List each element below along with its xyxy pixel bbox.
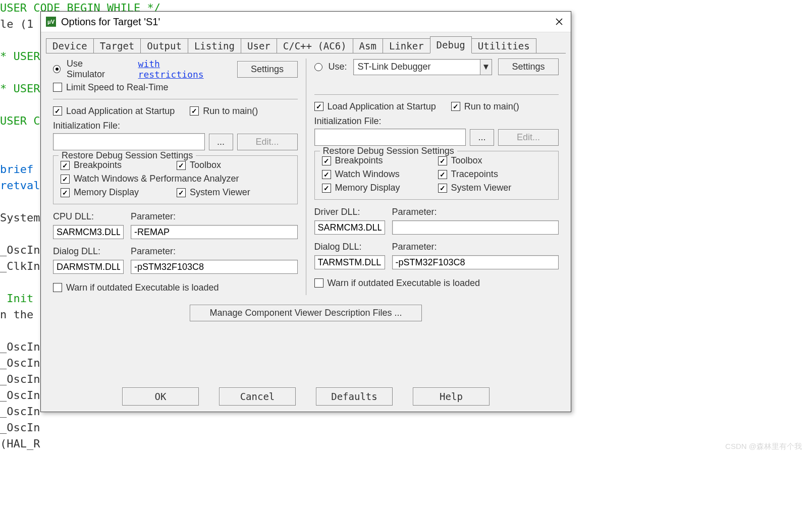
target-column: Use: ST-Link Debugger ▼ Settings Load Ap… [307, 59, 566, 295]
watermark: CSDN @森林里有个我 [725, 442, 802, 451]
column-divider [306, 59, 306, 295]
cpu-dll-input[interactable] [53, 225, 124, 239]
sim-run-main-checkbox[interactable] [190, 106, 199, 116]
sim-mem-checkbox[interactable] [61, 188, 70, 197]
tab-user[interactable]: User [241, 38, 277, 53]
defaults-button[interactable]: Defaults [316, 387, 393, 406]
sim-dialog-dll-input[interactable] [53, 260, 124, 274]
sim-watch-label: Watch Windows & Performance Analyzer [74, 174, 239, 184]
close-button[interactable] [548, 12, 571, 32]
tgt-load-app-label: Load Application at Startup [328, 101, 436, 112]
tgt-sysv-label: System Viewer [451, 183, 512, 193]
divider [53, 99, 298, 99]
tgt-load-app-checkbox[interactable] [314, 102, 323, 111]
tgt-trace-label: Tracepoints [451, 169, 498, 180]
use-simulator-radio[interactable] [53, 65, 61, 73]
sim-dialog-param-label: Parameter: [131, 246, 298, 257]
tgt-dialog-dll-input[interactable] [314, 255, 385, 269]
tgt-bp-label: Breakpoints [335, 155, 383, 166]
cpu-param-input[interactable] [131, 225, 298, 239]
driver-dll-input[interactable] [314, 220, 385, 235]
tab-output[interactable]: Output [140, 38, 188, 53]
sim-load-app-label: Load Application at Startup [66, 106, 175, 117]
limit-speed-checkbox[interactable] [53, 83, 62, 92]
driver-param-input[interactable] [392, 220, 559, 235]
driver-param-label: Parameter: [392, 207, 559, 217]
uvision-icon: μV [46, 17, 56, 27]
debugger-combo[interactable]: ST-Link Debugger ▼ [353, 59, 492, 75]
help-button[interactable]: Help [413, 387, 490, 406]
close-icon [556, 18, 563, 25]
divider [314, 94, 559, 95]
use-target-radio[interactable] [314, 63, 322, 71]
tgt-watch-label: Watch Windows [335, 169, 400, 180]
sim-restore-fieldset: Restore Debug Session Settings Breakpoin… [53, 155, 298, 204]
tgt-edit-button: Edit... [498, 129, 559, 146]
use-simulator-label: Use Simulator [67, 59, 120, 80]
footer-buttons: OK Cancel Defaults Help [41, 387, 571, 406]
cpu-param-label: Parameter: [131, 211, 298, 222]
debug-panel: Use Simulator with restrictions Settings… [46, 53, 566, 300]
tgt-mem-checkbox[interactable] [322, 184, 331, 193]
tgt-sysv-checkbox[interactable] [438, 184, 447, 193]
tab-linker[interactable]: Linker [383, 38, 430, 53]
tab-listing[interactable]: Listing [188, 38, 241, 53]
tgt-warn-label: Warn if outdated Executable is loaded [328, 278, 480, 289]
tab-debug[interactable]: Debug [430, 36, 472, 53]
tgt-dialog-dll-label: Dialog DLL: [314, 242, 385, 252]
tgt-warn-checkbox[interactable] [314, 278, 323, 288]
sim-toolbox-checkbox[interactable] [177, 161, 186, 170]
tgt-restore-fieldset: Restore Debug Session Settings Breakpoin… [314, 151, 559, 200]
tgt-mem-label: Memory Display [335, 183, 400, 193]
sim-toolbox-label: Toolbox [190, 160, 221, 170]
sim-sysv-checkbox[interactable] [177, 188, 186, 197]
sim-init-file-input[interactable] [53, 133, 205, 150]
sim-edit-button: Edit... [237, 134, 298, 150]
tgt-run-main-checkbox[interactable] [451, 102, 460, 111]
sim-bp-checkbox[interactable] [61, 161, 70, 170]
driver-dll-label: Driver DLL: [314, 207, 385, 217]
tab-asm[interactable]: Asm [353, 38, 383, 53]
cpu-dll-label: CPU DLL: [53, 211, 124, 222]
sim-mem-label: Memory Display [74, 187, 139, 198]
debugger-combo-text: ST-Link Debugger [354, 62, 480, 72]
dialog-title: Options for Target 'S1' [61, 16, 548, 28]
tgt-toolbox-label: Toolbox [451, 155, 482, 166]
sim-watch-checkbox[interactable] [61, 175, 70, 184]
limit-speed-label: Limit Speed to Real-Time [66, 82, 168, 93]
restrictions-link[interactable]: with restrictions [138, 59, 225, 80]
sim-warn-label: Warn if outdated Executable is loaded [66, 282, 219, 293]
options-dialog: μV Options for Target 'S1' DeviceTargetO… [40, 11, 571, 412]
tgt-toolbox-checkbox[interactable] [438, 156, 447, 165]
tgt-dialog-param-input[interactable] [392, 255, 559, 269]
sim-settings-button[interactable]: Settings [237, 61, 298, 78]
sim-sysv-label: System Viewer [190, 187, 250, 198]
sim-dialog-param-input[interactable] [131, 260, 298, 274]
manage-component-button[interactable]: Manage Component Viewer Description File… [190, 305, 422, 321]
sim-restore-legend: Restore Debug Session Settings [59, 150, 196, 161]
tgt-browse-button[interactable]: ... [470, 129, 494, 146]
cancel-button[interactable]: Cancel [219, 387, 296, 406]
tab-c-c-ac6-[interactable]: C/C++ (AC6) [277, 38, 353, 53]
tgt-init-file-label: Initialization File: [314, 116, 559, 127]
tgt-watch-checkbox[interactable] [322, 170, 331, 179]
tab-utilities[interactable]: Utilities [471, 38, 536, 53]
sim-browse-button[interactable]: ... [209, 134, 233, 150]
sim-dialog-dll-label: Dialog DLL: [53, 246, 124, 257]
tgt-trace-checkbox[interactable] [438, 170, 447, 179]
simulator-column: Use Simulator with restrictions Settings… [46, 59, 305, 295]
use-target-label: Use: [329, 62, 347, 72]
sim-init-file-label: Initialization File: [53, 121, 298, 131]
sim-load-app-checkbox[interactable] [53, 106, 62, 116]
tab-target[interactable]: Target [93, 38, 141, 53]
tgt-init-file-input[interactable] [314, 129, 466, 146]
target-settings-button[interactable]: Settings [498, 59, 559, 75]
tgt-restore-legend: Restore Debug Session Settings [320, 146, 457, 156]
sim-run-main-label: Run to main() [203, 106, 258, 117]
tgt-run-main-label: Run to main() [464, 101, 519, 112]
tab-device[interactable]: Device [46, 38, 94, 53]
sim-warn-checkbox[interactable] [53, 283, 62, 292]
ok-button[interactable]: OK [122, 387, 199, 406]
chevron-down-icon[interactable]: ▼ [480, 60, 492, 75]
tgt-bp-checkbox[interactable] [322, 156, 331, 165]
